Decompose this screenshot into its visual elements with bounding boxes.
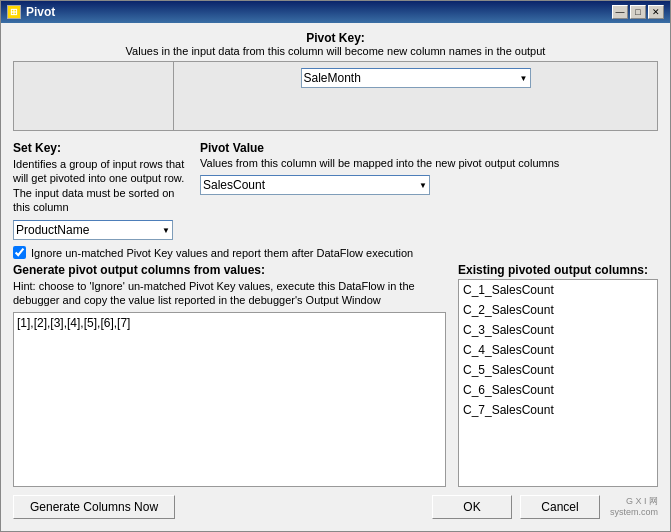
pivot-value-dropdown[interactable]: SalesCount: [200, 175, 430, 195]
list-item: C_6_SalesCount: [459, 380, 657, 400]
list-item: C_7_SalesCount: [459, 400, 657, 420]
set-key-pivot-value-section: Set Key: Identifies a group of input row…: [13, 141, 658, 240]
pivot-value-description: Values from this column will be mapped i…: [200, 157, 658, 169]
set-key-description: Identifies a group of input rows that wi…: [13, 157, 188, 214]
existing-columns-title: Existing pivoted output columns:: [458, 263, 658, 277]
main-window: ⊞ Pivot — □ ✕ Pivot Key: Values in the i…: [0, 0, 671, 532]
window-title: Pivot: [26, 5, 55, 19]
top-table: SaleMonth: [13, 61, 658, 131]
ignore-unmatched-checkbox[interactable]: [13, 246, 26, 259]
titlebar-buttons: — □ ✕: [612, 5, 664, 19]
generate-columns-button[interactable]: Generate Columns Now: [13, 495, 175, 519]
generate-columns-textarea[interactable]: [1],[2],[3],[4],[5],[6],[7]: [13, 312, 446, 487]
list-item: C_1_SalesCount: [459, 280, 657, 300]
generate-columns-hint: Hint: choose to 'Ignore' un-matched Pivo…: [13, 279, 446, 308]
generate-section: Generate pivot output columns from value…: [13, 263, 658, 487]
pivot-key-label: Pivot Key:: [306, 31, 365, 45]
maximize-button[interactable]: □: [630, 5, 646, 19]
footer-right: OK Cancel G X I 网system.com: [432, 495, 658, 519]
list-item: C_4_SalesCount: [459, 340, 657, 360]
pivot-key-description: Values in the input data from this colum…: [126, 45, 546, 57]
pivot-key-dropdown[interactable]: SaleMonth: [301, 68, 531, 88]
set-key-label: Set Key:: [13, 141, 188, 155]
generate-left-panel: Generate pivot output columns from value…: [13, 263, 446, 487]
list-item: C_3_SalesCount: [459, 320, 657, 340]
pivot-key-dropdown-wrapper: SaleMonth: [301, 68, 531, 88]
content-area: Pivot Key: Values in the input data from…: [1, 23, 670, 531]
window-icon: ⊞: [7, 5, 21, 19]
generate-columns-title: Generate pivot output columns from value…: [13, 263, 446, 277]
watermark: G X I 网system.com: [608, 496, 658, 518]
ok-button[interactable]: OK: [432, 495, 512, 519]
titlebar-title: ⊞ Pivot: [7, 5, 55, 19]
pivot-value-label: Pivot Value: [200, 141, 658, 155]
pivot-value-dropdown-wrapper: SalesCount: [200, 175, 430, 195]
set-key-dropdown[interactable]: ProductName: [13, 220, 173, 240]
checkbox-row: Ignore un-matched Pivot Key values and r…: [13, 246, 658, 259]
footer-left: Generate Columns Now: [13, 495, 175, 519]
cancel-button[interactable]: Cancel: [520, 495, 600, 519]
top-table-left-col: [14, 62, 174, 130]
list-item: C_5_SalesCount: [459, 360, 657, 380]
checkbox-label: Ignore un-matched Pivot Key values and r…: [31, 247, 413, 259]
minimize-button[interactable]: —: [612, 5, 628, 19]
titlebar: ⊞ Pivot — □ ✕: [1, 1, 670, 23]
existing-columns-list: C_1_SalesCount C_2_SalesCount C_3_SalesC…: [458, 279, 658, 487]
list-item: C_2_SalesCount: [459, 300, 657, 320]
set-key-section: Set Key: Identifies a group of input row…: [13, 141, 188, 240]
close-button[interactable]: ✕: [648, 5, 664, 19]
bottom-section: Ignore un-matched Pivot Key values and r…: [13, 240, 658, 487]
set-key-dropdown-wrapper: ProductName: [13, 220, 173, 240]
top-table-right-col: SaleMonth: [174, 62, 657, 130]
pivot-value-section: Pivot Value Values from this column will…: [200, 141, 658, 240]
footer: Generate Columns Now OK Cancel G X I 网sy…: [13, 487, 658, 523]
existing-columns-panel: Existing pivoted output columns: C_1_Sal…: [458, 263, 658, 487]
pivot-key-section: Pivot Key: Values in the input data from…: [13, 31, 658, 57]
